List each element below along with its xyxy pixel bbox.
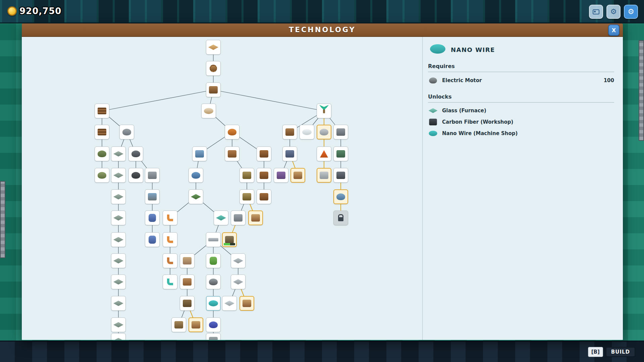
tech-node-concrete-block[interactable] — [317, 168, 331, 183]
tech-node-locked-tech[interactable] — [333, 210, 348, 225]
tech-node-plate-9[interactable] — [231, 275, 246, 289]
tech-node-steel-beam[interactable] — [206, 232, 221, 247]
tech-node-robot-4[interactable] — [189, 317, 203, 332]
grey-machine-icon — [234, 214, 243, 222]
tech-node-robot-1[interactable] — [290, 168, 305, 183]
tech-node-robot-2[interactable] — [248, 210, 263, 225]
tech-node-blue-ore[interactable] — [189, 168, 203, 183]
tech-node-fiber-sack[interactable] — [95, 146, 109, 161]
tech-node-robot-arm-3[interactable] — [163, 253, 177, 268]
build-key-badge: [B] — [588, 347, 603, 357]
tech-node-plate-3[interactable] — [111, 189, 126, 204]
tech-node-green-machine[interactable] — [333, 146, 348, 161]
tech-node-teal-arm[interactable] — [163, 275, 177, 289]
conveyor-belt-decoration — [0, 181, 5, 258]
tech-node-workbench[interactable] — [206, 82, 221, 97]
tech-node-anvil[interactable] — [333, 168, 348, 183]
tech-node-machine-2[interactable] — [171, 317, 186, 332]
tech-node-crucible-blue[interactable] — [145, 189, 160, 204]
tech-node-robot-3[interactable] — [239, 296, 254, 311]
green-plate-icon — [191, 194, 201, 199]
boulder-icon — [320, 129, 328, 135]
tech-node-statue[interactable] — [333, 125, 348, 139]
tech-node-robot-arm-2[interactable] — [163, 232, 177, 247]
tech-tree[interactable] — [22, 37, 422, 340]
statue-icon — [336, 128, 345, 136]
tech-node-plate-2[interactable] — [111, 168, 126, 183]
tech-node-teal-plates[interactable] — [214, 210, 228, 225]
tech-node-logs-2[interactable] — [95, 125, 109, 139]
tech-node-plate-6[interactable] — [111, 253, 126, 268]
wood-plank-icon — [208, 45, 218, 50]
tech-node-plate-12[interactable] — [111, 317, 126, 332]
plate-9-icon — [233, 279, 243, 285]
tech-node-plate-4[interactable] — [111, 210, 126, 225]
gear-icon: ⚙ — [610, 8, 617, 15]
tech-node-blue-crate[interactable] — [192, 146, 207, 161]
tech-node-furnace-2[interactable] — [257, 168, 271, 183]
tech-node-wire-spool[interactable] — [201, 104, 216, 118]
tech-node-parts-2[interactable] — [180, 275, 195, 289]
tech-node-deep-node[interactable] — [206, 333, 221, 340]
tech-node-crucible[interactable] — [145, 168, 160, 183]
tech-node-robot-head[interactable] — [333, 189, 348, 204]
tech-node-plate-8[interactable] — [111, 275, 126, 289]
tech-node-assembler[interactable] — [239, 189, 254, 204]
robot-arm-2-icon — [167, 236, 173, 243]
tech-node-hut-2[interactable] — [128, 146, 143, 161]
tech-node-factory[interactable] — [225, 146, 239, 161]
item-label: Glass (Furnace) — [442, 108, 486, 114]
tech-node-green-plate[interactable] — [189, 189, 203, 204]
settings-button[interactable]: ⚙ — [606, 5, 621, 19]
tech-node-furnace[interactable] — [257, 146, 271, 161]
tech-node-blue-barrel[interactable] — [145, 210, 160, 225]
tech-node-wood-plank[interactable] — [206, 40, 221, 55]
tech-node-green-barrel[interactable] — [206, 253, 221, 268]
tech-node-research-machine[interactable] — [222, 232, 237, 247]
blue-barrel-icon — [149, 214, 156, 222]
tech-node-blue-barrel-2[interactable] — [145, 232, 160, 247]
tech-node-plate-5[interactable] — [111, 232, 126, 247]
tech-node-grey-machine[interactable] — [231, 210, 246, 225]
tech-node-pump[interactable] — [206, 317, 221, 332]
tech-node-electric-motor[interactable] — [206, 275, 221, 289]
tech-node-purple-machine[interactable] — [274, 168, 288, 183]
tech-node-belt-parts[interactable] — [239, 168, 254, 183]
tech-node-plate-13[interactable] — [111, 333, 126, 340]
workshop-2-icon — [285, 150, 294, 158]
tech-node-furnace-3[interactable] — [257, 189, 271, 204]
carbon-fiber-icon — [429, 119, 437, 125]
tech-node-plate[interactable] — [111, 146, 126, 161]
tech-node-workshop-2[interactable] — [282, 146, 297, 161]
tech-node-palm-tree[interactable] — [317, 104, 331, 118]
tech-node-plate-10[interactable] — [111, 296, 126, 311]
build-button[interactable]: [B] BUILD — [588, 347, 635, 357]
unlock-row: Nano Wire (Machine Shop) — [428, 128, 614, 139]
tech-node-nano-wire[interactable] — [206, 296, 221, 311]
tech-node-plate-11[interactable] — [222, 296, 237, 311]
wire-spool-icon — [204, 108, 213, 114]
tech-node-logs[interactable] — [95, 104, 109, 118]
crucible-blue-icon — [148, 193, 157, 200]
tech-node-wood-gear[interactable] — [206, 61, 221, 76]
tech-node-parts[interactable] — [180, 253, 195, 268]
tech-node-boulder[interactable] — [317, 125, 331, 139]
game-world-top-strip — [0, 0, 644, 23]
tech-node-plate-7[interactable] — [231, 253, 246, 268]
tech-node-workshop[interactable] — [282, 125, 297, 139]
unlocks-list: Glass (Furnace)Carbon Fiber (Workshop)Na… — [428, 105, 614, 139]
tech-node-storage-hut[interactable] — [119, 125, 134, 139]
tech-node-mossy-stone[interactable] — [95, 168, 109, 183]
tech-node-gearbox[interactable] — [180, 296, 195, 311]
plate-10-icon — [113, 301, 123, 306]
tech-node-snowman[interactable] — [300, 125, 314, 139]
tech-node-robot-arm[interactable] — [163, 210, 177, 225]
tech-node-hut-3[interactable] — [128, 168, 143, 183]
item-icon-box — [428, 130, 438, 136]
item-label: Electric Motor — [442, 77, 482, 83]
tech-node-traffic-cone[interactable] — [317, 146, 331, 161]
tech-node-copper-ore[interactable] — [225, 125, 239, 139]
photo-mode-button[interactable] — [589, 5, 603, 19]
close-button[interactable]: X — [608, 24, 620, 36]
technology-button[interactable]: ⚙ — [624, 5, 638, 19]
